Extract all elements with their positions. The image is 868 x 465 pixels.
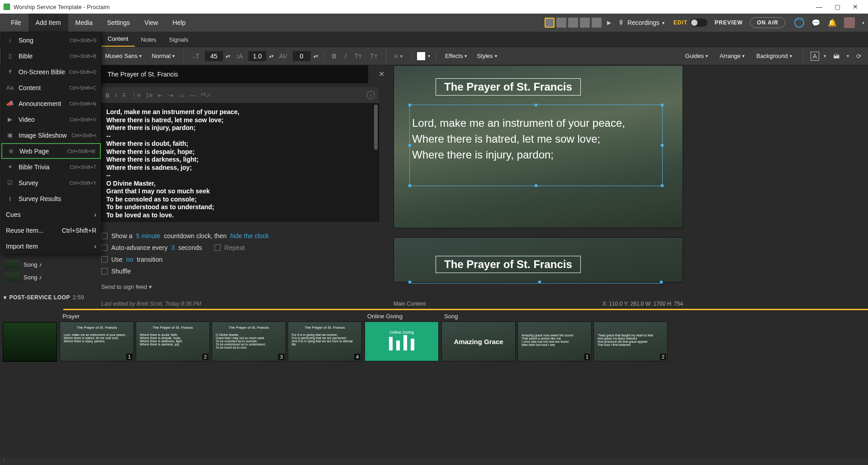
import-item-submenu[interactable]: Import Item› — [1, 238, 101, 254]
transition-option[interactable]: Use no transition — [101, 254, 379, 265]
spellcheck-button[interactable]: ᴬᴮ✓ — [201, 92, 211, 99]
add-item-on-screen-bible[interactable]: ✝On-Screen BibleCtrl+Shift+O — [1, 64, 101, 80]
shuffle-option[interactable]: Shuffle — [101, 265, 379, 277]
add-item-song[interactable]: ♪SongCtrl+Shift+S — [1, 32, 101, 48]
slide-canvas-next[interactable]: The Prayer of St. Francis — [394, 237, 683, 283]
thumbnail-slide[interactable]: The Prayer of St. FrancisO Divine Master… — [212, 321, 286, 361]
add-item-image-slideshow[interactable]: ▣Image SlideshowCtrl+Shift+I — [1, 127, 101, 143]
window-maximize-button[interactable]: ▢ — [828, 0, 846, 13]
image-tool[interactable]: 🏔 — [830, 53, 842, 60]
hide-clock-link[interactable]: hide the clock — [230, 232, 269, 240]
auto-advance-option[interactable]: Auto-advance every 3 seconds Repeat — [101, 242, 379, 254]
play-icon[interactable]: ▶ — [607, 19, 611, 26]
slide-body-text[interactable]: Lord, make me an instrument of your peac… — [412, 115, 665, 163]
avatar[interactable] — [556, 18, 566, 28]
tab-signals[interactable]: Signals — [163, 33, 195, 47]
window-minimize-button[interactable]: — — [810, 0, 828, 13]
color-swatch[interactable] — [417, 52, 425, 60]
refresh-button[interactable]: ⟳ — [854, 53, 864, 60]
chevron-down-icon[interactable]: ▾ — [862, 20, 864, 25]
mode-edit-label[interactable]: EDIT — [674, 19, 688, 26]
recordings-menu[interactable]: 🎙 Recordings ▾ — [618, 19, 664, 26]
menu-help[interactable]: Help — [165, 14, 193, 32]
thumbnail-slide[interactable]: The Prayer of St. FrancisLord, make me a… — [60, 321, 134, 361]
background-menu[interactable]: Background▾ — [753, 51, 795, 61]
effects-menu[interactable]: Effects▾ — [441, 51, 471, 61]
chevron-down-icon[interactable]: ▾ — [824, 53, 826, 58]
chevron-down-icon[interactable]: ▾ — [847, 53, 849, 58]
transition-value-link[interactable]: no — [126, 256, 133, 263]
insert-line-button[interactable]: — — [190, 92, 195, 99]
avatar[interactable] — [568, 18, 578, 28]
indent-button[interactable]: ⇥ — [168, 92, 173, 99]
activity-icon[interactable] — [794, 18, 804, 28]
slide-title-box[interactable]: The Prayer of St. Francis — [436, 78, 581, 96]
slide-canvas[interactable]: The Prayer of St. Francis Lord, make me … — [394, 65, 683, 228]
mode-preview-label[interactable]: PREVIEW — [715, 19, 743, 26]
add-item-web-page[interactable]: ⊕Web PageCtrl+Shift+W — [1, 143, 101, 159]
stepper-icon[interactable]: ▴▾ — [269, 53, 274, 58]
chat-icon[interactable]: 💬 — [811, 19, 821, 27]
avatar[interactable] — [580, 18, 590, 28]
presence-avatars[interactable] — [545, 18, 602, 28]
numbered-list-button[interactable]: 1≡ — [146, 92, 153, 99]
text-box-tool[interactable]: A — [811, 52, 819, 61]
add-item-video[interactable]: ▶VideoCtrl+Shift+V — [1, 111, 101, 127]
thumbnail-song-title[interactable]: Amazing Grace — [441, 321, 516, 361]
bullet-list-button[interactable]: ⋮≡ — [131, 92, 141, 99]
font-weight-select[interactable]: Normal▾ — [148, 51, 178, 61]
styles-menu[interactable]: Styles▾ — [473, 51, 500, 61]
font-size-input[interactable]: 45 — [205, 51, 223, 61]
add-item-survey-results[interactable]: ⫿Survey Results — [1, 191, 101, 206]
italic-button[interactable]: I — [342, 53, 349, 60]
add-item-content[interactable]: AaContentCtrl+Shift+C — [1, 80, 101, 96]
section-header[interactable]: ▾ POST-SERVICE LOOP 2:59 — [4, 294, 84, 301]
item-title-input[interactable] — [101, 65, 368, 83]
tracking-input[interactable]: 0 — [293, 51, 311, 61]
insert-break-button[interactable]: ▭ — [179, 92, 184, 99]
checkbox[interactable] — [214, 244, 221, 251]
thumbnail-slide[interactable]: The Prayer of St. FrancisFor it is in gi… — [288, 321, 362, 361]
checkbox[interactable] — [101, 244, 108, 251]
countdown-option[interactable]: Show a 5 minute countdown clock, then hi… — [101, 230, 379, 242]
scrollbar[interactable] — [374, 105, 378, 150]
thumbnail-slide[interactable]: The Prayer of St. FrancisWhere there is … — [136, 321, 210, 361]
bold-button[interactable]: B — [329, 53, 339, 60]
bold-button[interactable]: B — [105, 92, 109, 99]
checkbox[interactable] — [101, 233, 108, 239]
thumbnail-preservice[interactable] — [3, 322, 57, 362]
current-user-avatar[interactable] — [844, 17, 855, 28]
stepper-icon[interactable]: ▴▾ — [313, 53, 318, 58]
font-family-select[interactable]: Museo Sans▾ — [101, 51, 145, 61]
avatar[interactable] — [545, 18, 555, 28]
avatar[interactable] — [592, 18, 602, 28]
menu-settings[interactable]: Settings — [100, 14, 138, 32]
italic-button[interactable]: I — [115, 92, 117, 99]
arrange-menu[interactable]: Arrange▾ — [716, 51, 748, 61]
sidebar-item-song[interactable]: Song ♪ — [5, 271, 95, 283]
window-close-button[interactable]: ✕ — [846, 0, 864, 13]
sidebar-item-song[interactable]: Song ♪ — [5, 258, 95, 271]
lyric-textarea[interactable]: Lord, make me an instrument of your peac… — [101, 103, 379, 222]
collapse-icon[interactable]: ▾ — [4, 294, 7, 301]
thumbnail-slide[interactable]: Amazing grace how sweet the sound That s… — [517, 321, 592, 361]
guides-menu[interactable]: Guides▾ — [682, 51, 711, 61]
chevron-down-icon[interactable]: ▾ — [428, 53, 430, 58]
add-item-bible[interactable]: ▯BibleCtrl+Shift+B — [1, 48, 101, 64]
slide-title-box[interactable]: The Prayer of St. Francis — [436, 256, 581, 273]
tab-notes[interactable]: Notes — [135, 33, 163, 47]
menu-file[interactable]: File — [4, 14, 28, 32]
thumbnail-online-giving[interactable]: Online Giving — [365, 321, 439, 361]
menu-view[interactable]: View — [137, 14, 165, 32]
mode-toggle[interactable] — [690, 19, 707, 27]
bell-icon[interactable]: 🔔 — [828, 19, 837, 27]
align-button[interactable]: ≡ ▾ — [392, 53, 406, 60]
auto-advance-value-link[interactable]: 3 — [171, 244, 175, 251]
small-caps-button[interactable]: Tᴛ — [367, 53, 380, 60]
cues-submenu[interactable]: Cues› — [1, 206, 101, 222]
tab-content[interactable]: Content — [101, 32, 135, 47]
outdent-button[interactable]: ⇤ — [158, 92, 163, 99]
on-air-button[interactable]: ON AIR — [750, 17, 785, 28]
close-icon[interactable]: ✕ — [379, 70, 384, 78]
menu-add-item[interactable]: Add Item — [28, 14, 68, 32]
